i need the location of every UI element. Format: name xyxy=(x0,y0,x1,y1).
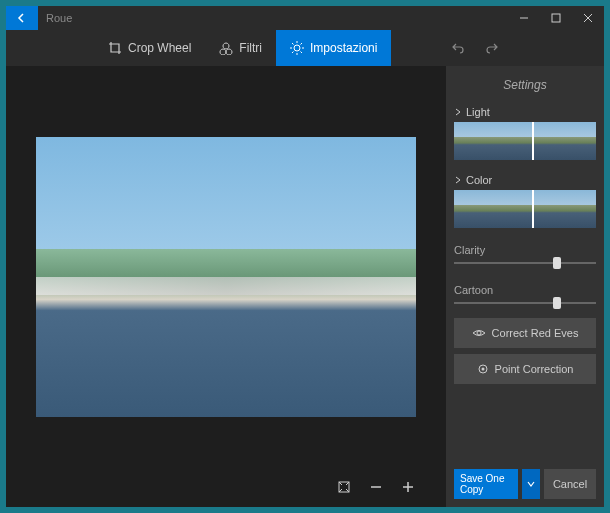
settings-label: Impostazioni xyxy=(310,41,377,55)
svg-line-7 xyxy=(292,43,294,45)
point-icon xyxy=(477,363,489,375)
svg-point-17 xyxy=(481,368,484,371)
cancel-button[interactable]: Cancel xyxy=(544,469,596,499)
color-preview[interactable] xyxy=(454,190,596,228)
save-label-line1: Save One xyxy=(460,473,504,484)
content-area: Settings Light Color Clarity Cartoon xyxy=(6,66,604,507)
back-button[interactable] xyxy=(6,6,38,30)
maximize-button[interactable] xyxy=(540,6,572,30)
canvas-wrapper xyxy=(6,66,446,467)
crop-label: Crop Wheel xyxy=(128,41,191,55)
plus-icon xyxy=(402,481,414,493)
color-label: Color xyxy=(466,174,492,186)
minus-icon xyxy=(370,481,382,493)
crop-icon xyxy=(108,41,122,55)
svg-point-2 xyxy=(294,45,300,51)
filters-tab[interactable]: Filtri xyxy=(205,30,276,66)
svg-point-15 xyxy=(477,331,481,335)
fit-icon xyxy=(337,480,351,494)
settings-sidebar: Settings Light Color Clarity Cartoon xyxy=(446,66,604,507)
cartoon-slider[interactable] xyxy=(454,302,596,304)
red-eye-button[interactable]: Correct Red Eves xyxy=(454,318,596,348)
close-button[interactable] xyxy=(572,6,604,30)
zoom-bar xyxy=(6,467,446,507)
minimize-button[interactable] xyxy=(508,6,540,30)
settings-tab[interactable]: Impostazioni xyxy=(276,30,391,66)
fit-button[interactable] xyxy=(336,479,352,495)
svg-line-10 xyxy=(301,43,303,45)
color-section-header[interactable]: Color xyxy=(454,170,596,190)
cancel-label: Cancel xyxy=(553,478,587,490)
light-label: Light xyxy=(466,106,490,118)
main-area xyxy=(6,66,446,507)
chevron-right-icon xyxy=(454,108,462,116)
sidebar-title: Settings xyxy=(454,72,596,102)
eye-icon xyxy=(472,328,486,338)
window-controls xyxy=(508,6,604,30)
save-dropdown[interactable] xyxy=(522,469,540,499)
minimize-icon xyxy=(519,13,529,23)
zoom-out-button[interactable] xyxy=(368,479,384,495)
redo-icon xyxy=(485,41,499,55)
save-label-line2: Copy xyxy=(460,484,504,495)
crop-tab[interactable]: Crop Wheel xyxy=(94,30,205,66)
filters-label: Filtri xyxy=(239,41,262,55)
titlebar: Roue xyxy=(6,6,604,30)
image-canvas[interactable] xyxy=(36,137,416,417)
chevron-down-icon xyxy=(526,479,536,489)
toolbar: Crop Wheel Filtri Impostazioni xyxy=(6,30,604,66)
clarity-handle[interactable] xyxy=(553,257,561,269)
svg-line-9 xyxy=(292,52,294,54)
svg-line-8 xyxy=(301,52,303,54)
brightness-icon xyxy=(290,41,304,55)
light-preview[interactable] xyxy=(454,122,596,160)
undo-button[interactable] xyxy=(451,41,465,55)
cartoon-handle[interactable] xyxy=(553,297,561,309)
point-correction-button[interactable]: Point Correction xyxy=(454,354,596,384)
zoom-in-button[interactable] xyxy=(400,479,416,495)
chevron-right-icon xyxy=(454,176,462,184)
clarity-label: Clarity xyxy=(454,238,596,262)
redo-button[interactable] xyxy=(485,41,499,55)
light-section-header[interactable]: Light xyxy=(454,102,596,122)
point-correction-label: Point Correction xyxy=(495,363,574,375)
window-title: Roue xyxy=(38,12,508,24)
svg-rect-1 xyxy=(552,14,560,22)
undo-icon xyxy=(451,41,465,55)
cartoon-label: Cartoon xyxy=(454,278,596,302)
arrow-left-icon xyxy=(16,12,28,24)
clarity-slider[interactable] xyxy=(454,262,596,264)
close-icon xyxy=(583,13,593,23)
app-window: Roue Crop Wheel Filtri xyxy=(6,6,604,507)
sidebar-footer: Save One Copy Cancel xyxy=(454,469,596,499)
history-controls xyxy=(451,41,499,55)
save-button[interactable]: Save One Copy xyxy=(454,469,518,499)
maximize-icon xyxy=(551,13,561,23)
red-eye-label: Correct Red Eves xyxy=(492,327,579,339)
filters-icon xyxy=(219,41,233,55)
